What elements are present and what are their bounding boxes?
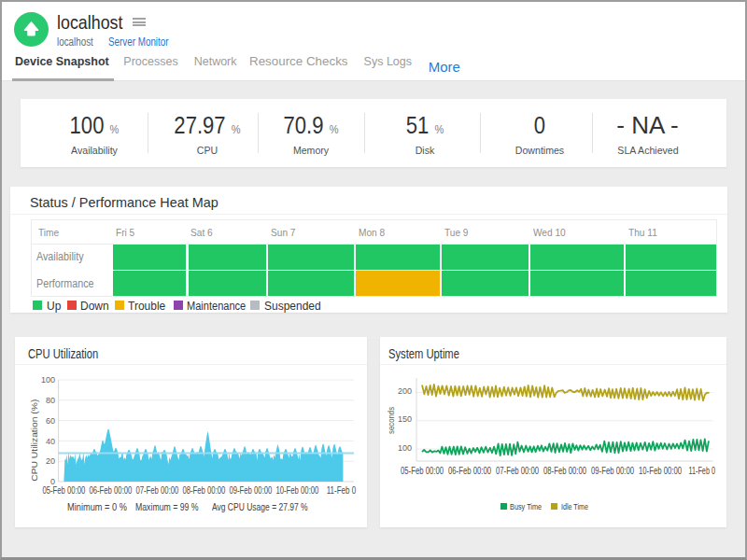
svg-text:11-Feb 0: 11-Feb 0 — [327, 485, 357, 496]
svg-text:200: 200 — [398, 386, 412, 396]
svg-text:07-Feb 00:00: 07-Feb 00:00 — [496, 466, 539, 476]
svg-text:seconds: seconds — [387, 406, 396, 433]
svg-text:100: 100 — [398, 443, 412, 453]
svg-text:80: 80 — [46, 396, 55, 405]
svg-text:05-Feb 00:00: 05-Feb 00:00 — [401, 466, 444, 476]
svg-text:20: 20 — [46, 456, 55, 466]
svg-text:06-Feb 00:00: 06-Feb 00:00 — [448, 466, 491, 476]
svg-text:09-Feb 00:00: 09-Feb 00:00 — [591, 466, 634, 476]
svg-text:10-Feb 00:00: 10-Feb 00:00 — [275, 485, 318, 496]
svg-text:150: 150 — [398, 414, 412, 424]
svg-text:07-Feb 00:00: 07-Feb 00:00 — [135, 485, 178, 496]
svg-text:05-Feb 00:00: 05-Feb 00:00 — [42, 485, 85, 496]
svg-text:CPU Utilization (%): CPU Utilization (%) — [30, 399, 39, 482]
svg-text:60: 60 — [46, 416, 55, 426]
svg-text:08-Feb 00:00: 08-Feb 00:00 — [543, 466, 586, 476]
svg-text:11-Feb 0: 11-Feb 0 — [689, 466, 716, 476]
svg-text:08-Feb 00:00: 08-Feb 00:00 — [182, 485, 225, 496]
svg-text:10-Feb 00:00: 10-Feb 00:00 — [639, 466, 682, 476]
svg-text:06-Feb 00:00: 06-Feb 00:00 — [89, 485, 132, 496]
svg-text:09-Feb 00:00: 09-Feb 00:00 — [229, 485, 272, 496]
svg-text:100: 100 — [41, 375, 55, 385]
svg-text:40: 40 — [46, 437, 55, 446]
